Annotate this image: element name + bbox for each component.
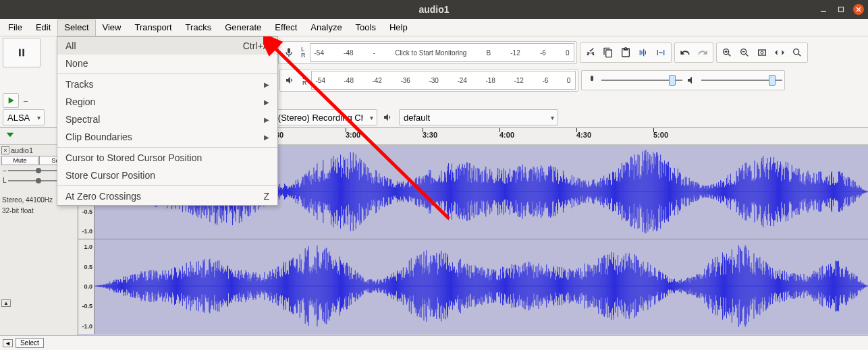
- scroll-left-icon[interactable]: ◄: [3, 339, 13, 347]
- svg-rect-5: [22, 49, 24, 57]
- rec-tick: -48: [344, 49, 353, 57]
- fit-selection-icon[interactable]: [754, 45, 770, 61]
- menu-item-clip-boundaries[interactable]: Clip Boundaries ▶: [57, 128, 277, 146]
- paste-icon[interactable]: [618, 45, 634, 61]
- rec-tick: -6: [540, 49, 546, 57]
- play-tick: -54: [316, 77, 325, 84]
- minimize-button[interactable]: [818, 4, 829, 15]
- play-tick: -48: [344, 77, 353, 84]
- playback-meter[interactable]: -54 -48 -42 -36 -30 -24 -18 -12 -6 0: [311, 71, 576, 90]
- window-title: audio1: [418, 4, 449, 15]
- ruler-tick: 3:30: [423, 131, 437, 139]
- svg-rect-4: [19, 49, 21, 57]
- copy-icon[interactable]: [600, 45, 616, 61]
- play-button[interactable]: [3, 93, 19, 108]
- menu-item-store-cursor[interactable]: Store Cursor Position: [57, 167, 277, 184]
- recording-channels-select[interactable]: 2 (Stereo) Recording Cha: [266, 109, 377, 125]
- titlebar: audio1: [0, 0, 868, 19]
- waveform-channel-right[interactable]: 1.0 0.5 0.0 -0.5 -1.0: [78, 239, 868, 334]
- menu-item-none[interactable]: None: [57, 55, 277, 72]
- menu-analyze[interactable]: Analyze: [304, 20, 348, 35]
- menu-file[interactable]: File: [1, 20, 29, 35]
- audio-host-select[interactable]: ALSA: [3, 109, 45, 125]
- menu-item-spectral[interactable]: Spectral ▶: [57, 111, 277, 128]
- svg-rect-11: [659, 52, 662, 53]
- submenu-arrow-icon: ▶: [264, 116, 269, 123]
- menu-separator: [57, 147, 277, 148]
- track-close-icon[interactable]: ×: [1, 146, 9, 154]
- rec-tick: B: [486, 49, 491, 57]
- svg-line-18: [746, 54, 748, 56]
- menu-separator: [57, 74, 277, 74]
- speaker-icon[interactable]: [282, 72, 298, 88]
- submenu-arrow-icon: ▶: [264, 81, 269, 88]
- menu-edit[interactable]: Edit: [29, 20, 57, 35]
- menu-item-zero-crossings[interactable]: At Zero Crossings Z: [57, 187, 277, 205]
- menu-generate[interactable]: Generate: [218, 20, 268, 35]
- menu-item-all[interactable]: All Ctrl+A: [57, 37, 277, 55]
- recording-meter-box: LR -54 -48 - Click to Start Monitoring B…: [278, 41, 577, 64]
- rec-tick: Click to Start Monitoring: [395, 49, 466, 57]
- menu-view[interactable]: View: [96, 20, 128, 35]
- svg-rect-1: [839, 7, 844, 12]
- rec-tick: -54: [315, 49, 324, 57]
- pin-icon[interactable]: [4, 130, 16, 142]
- zoom-toggle-icon[interactable]: [789, 45, 805, 61]
- menu-effect[interactable]: Effect: [268, 20, 304, 35]
- submenu-arrow-icon: ▶: [264, 98, 269, 106]
- undo-icon[interactable]: [677, 45, 693, 61]
- menu-accel: Ctrl+A: [243, 40, 269, 51]
- menu-item-tracks[interactable]: Tracks ▶: [57, 76, 277, 93]
- playback-device-select[interactable]: default: [399, 109, 558, 125]
- close-button[interactable]: [853, 4, 864, 15]
- svg-rect-6: [639, 50, 640, 55]
- footer: ◄ Select: [0, 335, 868, 350]
- speaker-device-icon: [380, 109, 396, 125]
- mic-slider-icon: [584, 72, 600, 88]
- waveform-svg: [94, 239, 868, 332]
- playback-volume-slider[interactable]: [701, 74, 782, 86]
- ruler-tick: 3:00: [346, 131, 360, 139]
- menu-item-region[interactable]: Region ▶: [57, 93, 277, 111]
- zoom-in-icon[interactable]: [719, 45, 735, 61]
- silence-icon[interactable]: [653, 45, 669, 61]
- zoom-tools: [716, 42, 808, 63]
- fit-project-icon[interactable]: [771, 45, 788, 61]
- menu-select[interactable]: Select: [57, 20, 95, 36]
- play-tick: 0: [567, 77, 571, 84]
- zoom-out-icon[interactable]: [736, 45, 753, 61]
- menu-tools[interactable]: Tools: [349, 20, 383, 35]
- play-tick: -36: [400, 77, 410, 84]
- menu-item-cursor-stored[interactable]: Cursor to Stored Cursor Position: [57, 149, 277, 167]
- menu-help[interactable]: Help: [383, 20, 414, 35]
- menu-transport[interactable]: Transport: [128, 20, 178, 35]
- ruler-tick: 5:00: [653, 131, 668, 139]
- recording-volume-slider[interactable]: [601, 74, 682, 86]
- mute-button[interactable]: Mute: [1, 156, 38, 165]
- trim-icon[interactable]: [635, 45, 651, 61]
- meter-lr-label: LR: [301, 74, 308, 86]
- svg-point-22: [793, 49, 798, 55]
- mic-icon[interactable]: [281, 45, 297, 61]
- track-collapse-icon[interactable]: ▲: [1, 299, 11, 307]
- cut-icon[interactable]: [582, 45, 599, 61]
- svg-line-14: [728, 54, 730, 56]
- playback-meter-box: LR -54 -48 -42 -36 -30 -24 -18 -12 -6 0: [279, 69, 578, 92]
- amplitude-scale: 1.0 0.5 0.0 -0.5 -1.0: [78, 239, 94, 334]
- ruler-tick: 4:30: [576, 131, 591, 139]
- svg-rect-12: [663, 50, 664, 55]
- play-tick: -12: [514, 77, 523, 84]
- svg-line-23: [798, 54, 801, 56]
- maximize-button[interactable]: [836, 4, 846, 15]
- svg-rect-7: [641, 51, 642, 54]
- rec-tick: 0: [566, 49, 570, 57]
- track-format-line2: 32-bit float: [0, 206, 78, 216]
- recording-meter[interactable]: -54 -48 - Click to Start Monitoring B -1…: [310, 43, 574, 62]
- select-button[interactable]: Select: [16, 338, 44, 348]
- pause-button[interactable]: [3, 38, 40, 67]
- menu-tracks[interactable]: Tracks: [179, 20, 219, 35]
- play-tick: -6: [542, 77, 548, 84]
- play-tick: -42: [372, 77, 381, 84]
- redo-icon[interactable]: [695, 45, 711, 61]
- rec-tick: -12: [510, 49, 520, 57]
